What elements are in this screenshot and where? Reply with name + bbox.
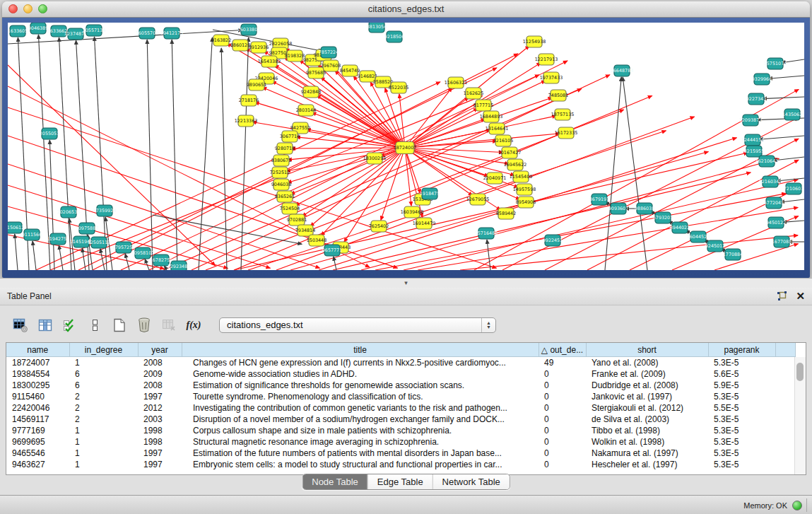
graph-node[interactable]: 9280718: [275, 143, 295, 154]
graph-node[interactable]: 8365261: [275, 191, 295, 202]
graph-node[interactable]: 11545409: [510, 171, 533, 182]
graph-node[interactable]: 8944022: [670, 222, 690, 233]
graph-node[interactable]: 16648784: [611, 65, 634, 76]
column-header-pagerank[interactable]: pagerank: [708, 343, 775, 357]
graph-node[interactable]: 17359924: [93, 205, 117, 216]
graph-node[interactable]: 2803144: [296, 105, 316, 116]
column-header-year[interactable]: year: [138, 343, 182, 357]
graph-node[interactable]: 6793207: [653, 212, 673, 223]
graph-node[interactable]: 6772045: [764, 197, 784, 209]
table-selector-dropdown[interactable]: citations_edges.txt ▲▼: [219, 317, 496, 333]
graph-node[interactable]: 9329966: [752, 74, 772, 85]
graph-node[interactable]: 16945622: [504, 159, 527, 170]
graph-node[interactable]: 11254938: [523, 36, 546, 47]
graph-node[interactable]: 8177715: [473, 100, 493, 111]
graph-node[interactable]: 9890651: [247, 79, 266, 90]
graph-node-hub[interactable]: 18724007: [394, 142, 417, 154]
graph-node[interactable]: 1162625: [464, 88, 483, 99]
column-header-out_de[interactable]: △ out_de...: [539, 343, 586, 357]
graph-node[interactable]: 16055709: [136, 28, 159, 39]
graph-node[interactable]: 10975887: [76, 223, 99, 234]
graph-node[interactable]: 7485081: [548, 90, 568, 101]
tab-edge-table[interactable]: Edge Table: [367, 474, 433, 489]
close-panel-icon[interactable]: ✕: [796, 290, 805, 303]
network-canvas[interactable]: 1872400791638228860128891293628226058982…: [8, 23, 804, 270]
graph-node[interactable]: 12093872: [739, 115, 763, 126]
delete-column-icon[interactable]: [135, 316, 153, 334]
graph-node[interactable]: 3067714: [280, 131, 300, 142]
table-options-icon[interactable]: [11, 316, 30, 334]
graph-node[interactable]: 11606321: [445, 77, 468, 88]
graph-node[interactable]: 1633605: [8, 25, 28, 37]
graph-node[interactable]: 7625402: [369, 221, 389, 232]
panel-splitter[interactable]: ▾: [0, 278, 812, 288]
graph-node[interactable]: 7252512: [270, 167, 290, 178]
graph-node[interactable]: 12213363: [235, 115, 258, 127]
table-row[interactable]: 946554611997Estimation of the future num…: [6, 448, 796, 459]
graph-node[interactable]: 1677088: [772, 236, 792, 247]
float-panel-icon[interactable]: [777, 291, 787, 301]
window-titlebar[interactable]: citations_edges.txt: [2, 1, 810, 18]
zoom-window-button[interactable]: [38, 4, 47, 13]
graph-node[interactable]: 9886038: [635, 203, 654, 214]
graph-node[interactable]: 12160345: [759, 176, 782, 187]
graph-node[interactable]: 9218506: [384, 31, 404, 42]
graph-node[interactable]: 11942757: [47, 233, 70, 245]
graph-node[interactable]: 18757135: [551, 109, 575, 120]
scrollbar-thumb[interactable]: [796, 363, 804, 381]
graph-node[interactable]: 12679055: [466, 194, 490, 205]
tab-network-table[interactable]: Network Table: [433, 474, 510, 489]
graph-node[interactable]: 12217913: [535, 54, 558, 65]
graph-node[interactable]: 8954906: [516, 197, 536, 208]
show-columns-icon[interactable]: [36, 316, 54, 334]
graph-node[interactable]: 8860128: [230, 40, 250, 51]
graph-node[interactable]: 16033809: [237, 24, 261, 35]
graph-node[interactable]: 8198328: [285, 50, 305, 62]
column-header-title[interactable]: title: [182, 343, 539, 357]
table-scrollbar[interactable]: [794, 357, 806, 474]
row-height-icon[interactable]: [86, 316, 104, 334]
table-row[interactable]: 2242004622012Investigating the contribut…: [6, 402, 796, 414]
table-row[interactable]: 1830029562008Estimation of significance …: [6, 380, 796, 391]
graph-node[interactable]: 9046038: [271, 179, 291, 190]
graph-node[interactable]: 8522035: [389, 82, 408, 93]
graph-node[interactable]: 15751074: [764, 58, 787, 69]
graph-node[interactable]: 13164641: [486, 123, 509, 134]
graph-node[interactable]: 9922451: [543, 235, 563, 246]
close-window-button[interactable]: [8, 4, 18, 13]
graph-node[interactable]: 9242848: [301, 86, 321, 98]
column-header-short[interactable]: short: [586, 343, 708, 357]
graph-node[interactable]: 3216105: [493, 135, 513, 146]
table-row[interactable]: 969969511998Structural magnetic resonanc…: [6, 436, 796, 448]
minimize-window-button[interactable]: [23, 4, 33, 13]
graph-node[interactable]: 8380671: [271, 155, 291, 166]
graph-node[interactable]: 9227343: [746, 93, 766, 105]
function-builder-icon[interactable]: f(x): [184, 316, 203, 334]
graph-node[interactable]: 1435062: [782, 109, 802, 120]
graph-node[interactable]: 7857224: [319, 47, 339, 58]
graph-node[interactable]: 9046389: [28, 23, 48, 34]
graph-node[interactable]: 1503448: [307, 235, 326, 246]
table-row[interactable]: 1456911722003Disruption of a novel membe…: [6, 414, 796, 425]
graph-node[interactable]: 2718176: [239, 95, 259, 106]
splitter-handle-icon[interactable]: ▾: [404, 280, 408, 286]
graph-node[interactable]: 19412175: [160, 28, 184, 39]
graph-node[interactable]: 20206535: [57, 206, 81, 218]
graph-node[interactable]: 9702881: [287, 214, 307, 226]
graph-node[interactable]: 9245012: [705, 240, 725, 252]
tab-node-table[interactable]: Node Table: [302, 474, 367, 489]
graph-node[interactable]: 8679197: [589, 194, 609, 205]
table-row[interactable]: 1872400712008Changes of HCN gene express…: [6, 357, 796, 369]
select-columns-icon[interactable]: [61, 316, 79, 334]
graph-node[interactable]: 7210603: [784, 183, 804, 194]
table-row[interactable]: 911546021997Tourette syndrome. Phenomeno…: [6, 391, 796, 402]
graph-node[interactable]: 9450122: [766, 217, 786, 228]
graph-node[interactable]: 14957598: [513, 184, 536, 195]
graph-node[interactable]: 9093607: [608, 203, 628, 214]
graph-node[interactable]: 8912936: [249, 42, 269, 53]
graph-node[interactable]: 8589442: [496, 208, 516, 219]
graph-node[interactable]: 9875685: [306, 67, 326, 78]
graph-node[interactable]: 9657771: [322, 245, 342, 256]
graph-node[interactable]: 7524504: [280, 203, 300, 214]
graph-node[interactable]: 9111566: [22, 229, 42, 240]
